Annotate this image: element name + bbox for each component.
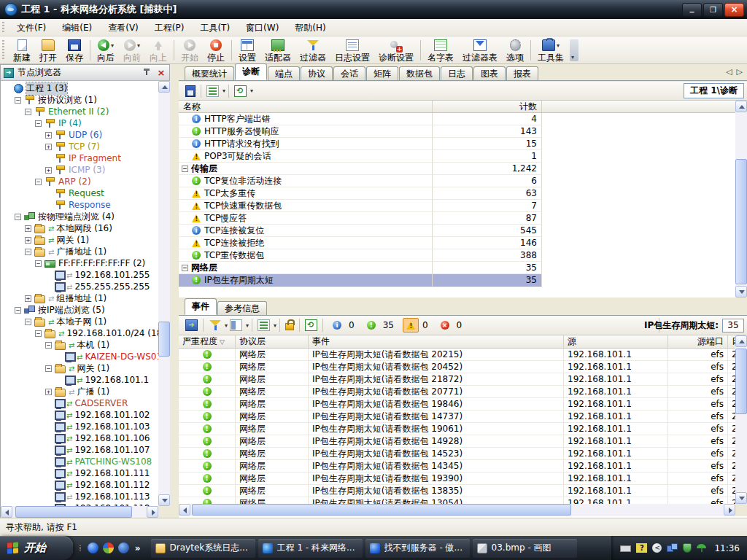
tree-scroll-up-button[interactable] — [158, 81, 170, 93]
event-row[interactable]: !网络层IP包生存周期太短(请看数据包 14928)192.168.101.1e… — [179, 435, 735, 448]
column-header-2[interactable]: 事件 — [309, 335, 564, 348]
tab-矩阵[interactable]: 矩阵 — [366, 66, 398, 80]
menu-item[interactable]: 文件(F) — [9, 20, 54, 36]
tab-数据包[interactable]: 数据包 — [399, 66, 440, 80]
diagnosis-vscrollbar[interactable] — [735, 101, 747, 298]
task-button[interactable]: 工程 1 - 科来网络... — [258, 539, 363, 558]
tree-expander-icon[interactable]: + — [25, 225, 31, 232]
menu-item[interactable]: 编辑(E) — [54, 20, 100, 36]
tree-vscroll-thumb[interactable] — [158, 322, 170, 357]
tab-日志[interactable]: 日志 — [441, 66, 473, 80]
diag-scroll-up-button[interactable] — [735, 101, 747, 112]
column-header-0[interactable]: 严重程度▽ — [179, 335, 236, 348]
panel-close-icon[interactable]: × — [156, 68, 166, 78]
tree-item[interactable]: −⇄本地子网 (1) — [1, 316, 159, 327]
tab-诊断[interactable]: 诊断 — [235, 63, 267, 80]
toolbar-button-过滤器表[interactable]: 过滤器表 — [458, 37, 502, 63]
tree-expander-icon[interactable]: + — [45, 167, 52, 174]
tree-expander-icon[interactable]: + — [45, 132, 52, 139]
tree-expander-icon[interactable]: + — [45, 144, 52, 150]
tree-hscrollbar[interactable] — [1, 506, 158, 518]
columns-icon[interactable] — [258, 319, 270, 331]
network-tray-icon[interactable] — [667, 543, 678, 553]
tree-expander-icon[interactable]: − — [45, 342, 52, 349]
tab-端点[interactable]: 端点 — [268, 66, 300, 80]
tree-scroll-right-button[interactable] — [147, 506, 158, 518]
restore-button[interactable]: ❐ — [703, 3, 723, 17]
tree-expander-icon[interactable]: − — [15, 307, 21, 314]
chevron-down-icon[interactable]: ▾ — [246, 322, 249, 329]
tree-expander-icon[interactable]: + — [45, 389, 52, 395]
tree-item[interactable]: Response — [1, 199, 159, 211]
toolbar-button-日志设置[interactable]: 日志设置 — [330, 37, 374, 63]
tree-scroll-left-button[interactable] — [1, 506, 12, 518]
menu-item[interactable]: 工程(P) — [147, 20, 193, 36]
toolbar-button-向后[interactable]: ▾向后 — [93, 37, 119, 63]
tree-item[interactable]: −按协议浏览 (1) — [1, 94, 159, 106]
event-row[interactable]: !网络层IP包生存周期太短(请看数据包 14345)192.168.101.1e… — [179, 460, 735, 472]
diagnosis-row[interactable]: !HTTP服务器慢响应143 — [179, 125, 735, 138]
pin-icon[interactable] — [142, 68, 152, 78]
toolbar-button-名字表[interactable]: 名字表 — [423, 37, 458, 63]
diagnosis-row[interactable]: −网络层35 — [179, 262, 735, 274]
tree-expander-icon[interactable]: − — [15, 214, 21, 220]
menu-item[interactable]: 查看(V) — [100, 20, 147, 36]
events-scroll-up-button[interactable] — [735, 335, 747, 347]
tree-item[interactable]: −FF:FF:FF:FF:FF:FF (2) — [1, 257, 159, 269]
tree-item[interactable]: +ICMP (3) — [1, 164, 159, 176]
event-row[interactable]: !网络层IP包生存周期太短(请看数据包 13835)192.168.101.1e… — [179, 485, 735, 497]
refresh-icon[interactable] — [234, 85, 247, 97]
chevron-down-icon[interactable]: ▾ — [557, 42, 560, 49]
diagnosis-row[interactable]: TCP快速重传数据包7 — [179, 200, 735, 212]
tab-概要统计[interactable]: 概要统计 — [185, 66, 234, 80]
tab-会话[interactable]: 会话 — [333, 66, 365, 80]
tree-item[interactable]: ⇄192.168.101.102 — [1, 409, 159, 421]
tree-item[interactable]: ⇄192.168.101.106 — [1, 432, 159, 444]
tree-item[interactable]: ⇄192.168.101.103 — [1, 421, 159, 432]
sort-filter-icon[interactable]: ▽ — [220, 338, 225, 346]
lock-icon[interactable] — [285, 323, 294, 330]
menu-item[interactable]: 帮助(H) — [287, 20, 333, 36]
toolbar-button-过滤器[interactable]: 过滤器 — [295, 37, 330, 63]
event-row[interactable]: !网络层IP包生存周期太短(请看数据包 19390)192.168.101.1e… — [179, 472, 735, 485]
tree-item[interactable]: +UDP (6) — [1, 129, 159, 141]
error-counter-button[interactable]: × — [437, 318, 453, 332]
tree-item[interactable]: −按IP端点浏览 (5) — [1, 304, 159, 316]
tab-图表[interactable]: 图表 — [473, 66, 506, 80]
diagnosis-row[interactable]: POP3可疑的会话1 — [179, 150, 735, 163]
events-scroll-down-button[interactable] — [735, 492, 747, 504]
toolbar-button-新建[interactable]: 新建 — [9, 37, 35, 63]
task-button[interactable]: Draytek系统日志... — [151, 539, 255, 558]
tree-item[interactable]: −⇄网关 (1) — [1, 362, 159, 374]
tree-item[interactable]: −Ethernet II (2) — [1, 106, 159, 117]
tree-expander-icon[interactable]: − — [25, 319, 31, 325]
column-header-name[interactable]: 名称 — [179, 101, 433, 112]
tree-item[interactable]: −IP (4) — [1, 117, 159, 129]
tree-item[interactable]: +⇄组播地址 (1) — [1, 292, 159, 304]
tree-expander-icon[interactable]: − — [35, 120, 42, 127]
tree-item[interactable]: ⇄CADSERVER — [1, 397, 159, 409]
layout-icon[interactable] — [230, 319, 242, 331]
warning-counter-button[interactable] — [403, 318, 419, 332]
tree-item[interactable]: ⇄192.168.101.255 — [1, 269, 159, 281]
diagnosis-row[interactable]: TCP连接被拒绝146 — [179, 237, 735, 249]
event-row[interactable]: !网络层IP包生存周期太短(请看数据包 19061)192.168.101.1e… — [179, 423, 735, 435]
tree-expander-icon[interactable]: + — [25, 237, 31, 244]
antivirus-tray-icon[interactable] — [697, 543, 708, 553]
menu-item[interactable]: 窗口(W) — [238, 20, 287, 36]
tree-item[interactable]: ⇄192.168.101.111 — [1, 467, 159, 479]
tree-item[interactable]: −⇄192.168.101.0/24 (18) — [1, 327, 159, 339]
menu-item[interactable]: 工具(T) — [192, 20, 238, 36]
diag-vscroll-thumb[interactable] — [735, 159, 747, 284]
column-header-4[interactable]: 源端口 — [668, 335, 728, 348]
column-header-count[interactable]: 计数 — [433, 101, 542, 112]
events-vscrollbar[interactable] — [735, 335, 747, 504]
column-header-3[interactable]: 源 — [564, 335, 668, 348]
info-counter-button[interactable]: i — [329, 318, 345, 332]
toolbar-overflow-button[interactable] — [570, 39, 578, 61]
tree-item[interactable]: ⇄192.168.101.113 — [1, 491, 159, 502]
tree-expander-icon[interactable]: − — [35, 330, 42, 337]
chevron-down-icon[interactable]: ▾ — [222, 88, 225, 94]
export-icon[interactable] — [185, 319, 198, 331]
events-hscroll-thumb[interactable] — [192, 504, 571, 516]
